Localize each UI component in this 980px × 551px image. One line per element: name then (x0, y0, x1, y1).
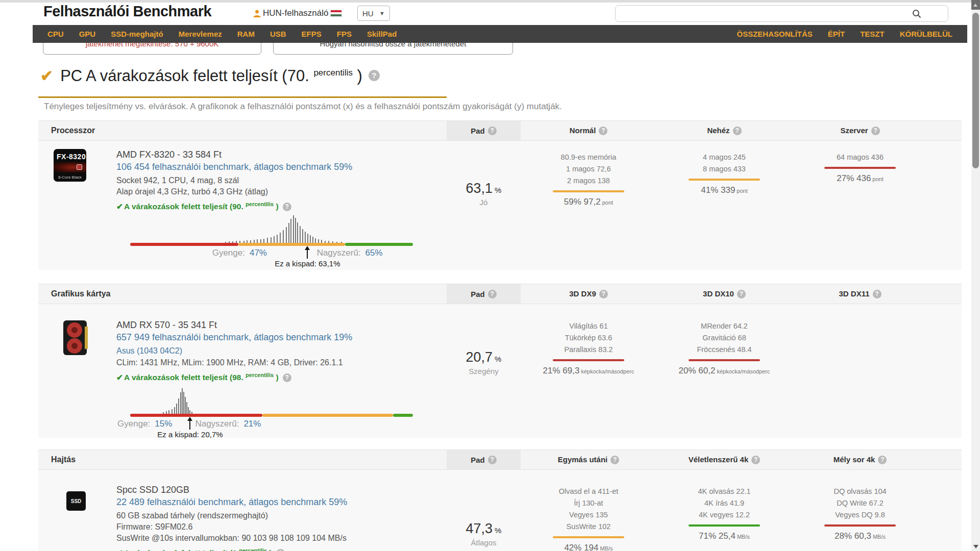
help-icon[interactable] (737, 290, 746, 298)
column-header-server: Szerver (792, 126, 928, 135)
nav-right: ÖSSZEHASONLÍTÁS ÉPÍT TESZT KÖRÜLBELÜL (729, 30, 960, 38)
ssd-random4k-column: 4K olvasás 22.1 4K írás 41.9 4K vegyes 1… (656, 470, 792, 551)
gpu-benchmark-link[interactable]: 657 949 felhasználói benchmark, átlagos … (116, 332, 352, 343)
nav-item-compare[interactable]: ÖSSZEHASONLÍTÁS (729, 30, 820, 38)
processor-header-row: Processzor Pad Normál Nehéz Szerver (38, 120, 962, 141)
help-icon[interactable] (488, 456, 497, 464)
help-icon[interactable] (878, 456, 887, 464)
help-icon[interactable] (610, 456, 619, 464)
gpu-pad-score: 20,7% Szegény (447, 304, 521, 440)
graphics-header-row: Grafikus kártya Pad 3D DX9 3D DX10 3D DX… (38, 284, 962, 304)
nav-item-usb[interactable]: USB (262, 30, 294, 38)
processor-row: FX-8320 8-Core Black AMD FX-8320 - 33 58… (38, 141, 962, 270)
gpu-vendor-link[interactable]: Asus (1043 04C2) (116, 345, 352, 357)
gpu-title: AMD RX 570 - 35 341 Ft (116, 319, 352, 331)
help-icon[interactable] (283, 203, 291, 211)
nav-item-hdd[interactable]: Merevlemez (171, 30, 230, 38)
weak-value-link[interactable]: 47% (250, 248, 267, 258)
section-title: Hajtás (38, 455, 447, 464)
chevron-down-icon: ▼ (379, 10, 385, 16)
help-icon[interactable] (369, 70, 380, 81)
nav-item-gpu[interactable]: GPU (71, 30, 104, 38)
this-bench-label: Ez a kispad: 63,1% (275, 259, 340, 268)
check-icon: ✔ (116, 202, 123, 211)
cpu-spec-1: Socket 942, 1 CPU, 4 mag, 8 szál (116, 175, 352, 186)
gpu-expectation: ✔A várakozások felett teljesít (98. perc… (116, 369, 352, 383)
cpu-title: AMD FX-8320 - 33 584 Ft (116, 149, 352, 160)
section-title: Grafikus kártya (38, 289, 447, 298)
great-value-link[interactable]: 21% (243, 419, 261, 429)
column-header-deepqueue4k: Mély sor 4k (792, 455, 928, 464)
search-icon[interactable] (912, 9, 921, 18)
scroll-down-button[interactable] (973, 545, 978, 548)
cpu-benchmark-link[interactable]: 106 454 felhasználói benchmark, átlagos … (116, 161, 352, 172)
weak-value-link[interactable]: 15% (155, 419, 172, 429)
gpu-product-image[interactable] (60, 319, 90, 356)
ssd-product-info: Spcc SSD 120GB 22 489 felhasználói bench… (116, 484, 347, 551)
cpu-normal-column: 80.9-es memória 1 magos 72,6 2 magos 138… (521, 141, 656, 270)
help-icon[interactable] (871, 127, 880, 135)
site-header: Felhasználói Benchmark HUN-felhasználó H… (33, 3, 967, 25)
result-hero: ✔PC A várakozások felett teljesít (70. p… (38, 65, 962, 112)
histogram (130, 385, 413, 414)
language-value: HU (362, 9, 374, 18)
score-underline (689, 524, 760, 527)
help-icon[interactable] (873, 290, 881, 298)
help-icon[interactable] (751, 456, 760, 464)
nav-item-efps[interactable]: EFPS (294, 30, 329, 38)
nav-left: CPU GPU SSD-meghajtó Merevlemez RAM USB … (40, 30, 404, 38)
help-icon[interactable] (733, 127, 742, 135)
section-drive: Hajtás Pad Egymás utáni Véletlenszerű 4k… (38, 449, 962, 551)
scroll-up-button[interactable] (971, 0, 980, 10)
score-underline (553, 536, 624, 538)
help-icon[interactable] (599, 127, 607, 135)
ssd-benchmark-link[interactable]: 22 489 felhasználói benchmark, átlagos b… (116, 496, 347, 508)
cpu-product-info: AMD FX-8320 - 33 584 Ft 106 454 felhaszn… (116, 149, 352, 212)
gpu-dx9-column: Világítás 61 Tükörkép 63.6 Parallaxis 83… (521, 304, 656, 440)
great-label: Nagyszerű:21% (195, 419, 261, 429)
search-input[interactable] (621, 7, 906, 20)
page-container: Felhasználói Benchmark HUN-felhasználó H… (33, 3, 967, 551)
score-underline (553, 190, 624, 192)
column-header-dx11: 3D DX11 (792, 289, 928, 298)
great-value-link[interactable]: 65% (365, 248, 383, 258)
section-title: Processzor (38, 126, 447, 135)
help-icon[interactable] (488, 127, 497, 135)
cpu-product-cell: FX-8320 8-Core Black AMD FX-8320 - 33 58… (38, 141, 447, 270)
nav-item-ram[interactable]: RAM (230, 30, 262, 38)
nav-item-skillpad[interactable]: SkillPad (359, 30, 404, 38)
nav-item-fps[interactable]: FPS (329, 30, 359, 38)
page-subtitle: Tényleges teljesítmény vs. elvárások. A … (44, 102, 956, 112)
great-label: Nagyszerű:65% (317, 248, 383, 258)
gpu-dx10-column: MRender 64.2 Gravitáció 68 Fröccsenés 48… (656, 304, 792, 440)
help-icon[interactable] (283, 373, 291, 382)
scrollbar (971, 0, 980, 551)
section-graphics: Grafikus kártya Pad 3D DX9 3D DX10 3D DX… (38, 284, 962, 438)
nav-item-cpu[interactable]: CPU (40, 30, 71, 38)
nav-item-ssd[interactable]: SSD-meghajtó (103, 30, 171, 38)
cpu-expectation: ✔A várakozások felett teljesít (90. perc… (116, 198, 352, 212)
check-icon: ✔ (116, 548, 123, 551)
scrollbar-thumb[interactable] (972, 13, 979, 168)
column-header-heavy: Nehéz (656, 126, 792, 135)
ssd-spec-1: 60 GB szabad tárhely (rendszermeghajtó) (116, 510, 347, 521)
ssd-sequential-column: Olvasd el a 411-et Írj 130-at Vegyes 135… (521, 470, 656, 551)
nav-item-about[interactable]: KÖRÜLBELÜL (892, 30, 960, 38)
help-icon[interactable] (488, 290, 497, 298)
cpu-heavy-column: 4 magos 245 8 magos 433 41% 339pont (656, 141, 792, 270)
cpu-product-image[interactable]: FX-8320 8-Core Black (54, 149, 86, 182)
graphics-row: AMD RX 570 - 35 341 Ft 657 949 felhaszná… (38, 304, 962, 438)
help-icon[interactable] (599, 290, 608, 298)
help-icon[interactable] (276, 549, 285, 551)
language-select[interactable]: HU ▼ (357, 6, 390, 21)
drive-row: SSD Spcc SSD 120GB 22 489 felhasználói b… (38, 470, 962, 551)
column-header-normal: Normál (521, 126, 656, 135)
score-underline (824, 167, 896, 169)
column-header-sequential: Egymás utáni (521, 455, 656, 464)
nav-item-build[interactable]: ÉPÍT (820, 30, 852, 38)
ssd-product-image[interactable]: SSD (66, 491, 86, 511)
ssd-image-wrap: SSD (54, 484, 116, 551)
score-underline (824, 524, 896, 527)
user-account[interactable]: HUN-felhasználó (253, 8, 342, 18)
nav-item-test[interactable]: TESZT (852, 30, 892, 38)
